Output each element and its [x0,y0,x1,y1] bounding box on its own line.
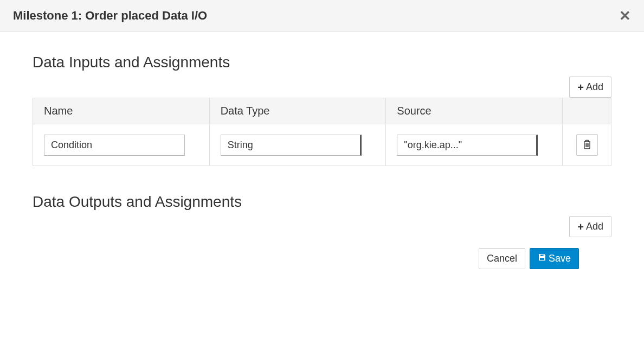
plus-icon: + [577,82,584,93]
plus-icon: + [577,221,584,232]
datatype-select[interactable] [221,135,362,156]
trash-icon [583,139,591,151]
col-name-header: Name [33,98,210,124]
outputs-section-title: Data Outputs and Assignments [33,193,611,211]
save-label: Save [549,253,571,264]
inputs-section-title: Data Inputs and Assignments [33,54,611,71]
dialog-title: Milestone 1: Order placed Data I/O [13,9,207,23]
dialog-body: Data Inputs and Assignments + Add Name D… [0,32,644,285]
add-output-button[interactable]: + Add [569,216,611,237]
close-button[interactable]: ✕ [619,9,631,23]
col-datatype-header: Data Type [209,98,386,124]
inputs-section: Data Inputs and Assignments + Add Name D… [33,54,611,166]
add-input-label: Add [586,81,603,93]
add-output-label: Add [586,221,603,232]
save-button[interactable]: Save [530,248,579,269]
name-input[interactable] [44,135,185,156]
dialog-footer: Cancel Save [33,248,611,269]
table-row [33,124,611,166]
source-select[interactable] [397,135,538,156]
delete-row-button[interactable] [576,134,598,156]
col-source-header: Source [386,98,563,124]
save-disk-icon [538,253,546,264]
inputs-table: Name Data Type Source [33,98,611,166]
outputs-section: Data Outputs and Assignments + Add [33,193,611,237]
close-icon: ✕ [619,8,631,24]
add-input-button[interactable]: + Add [569,77,611,98]
cancel-label: Cancel [487,253,517,264]
dialog-header: Milestone 1: Order placed Data I/O ✕ [0,0,644,32]
cancel-button[interactable]: Cancel [479,248,525,269]
col-actions-header [563,98,611,124]
